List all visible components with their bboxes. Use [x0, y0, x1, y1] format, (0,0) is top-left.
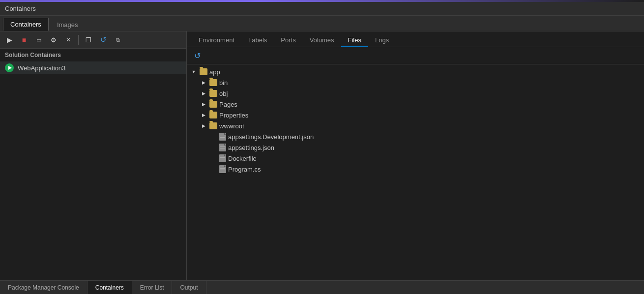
tab-files[interactable]: Files — [341, 34, 368, 47]
folder-icon-properties — [209, 112, 217, 118]
files-refresh-button[interactable]: ↺ — [191, 49, 204, 62]
bottom-tab-package-manager[interactable]: Package Manager Console — [0, 281, 88, 294]
detail-toolbar: ↺ — [187, 47, 644, 64]
label-pages: Pages — [219, 101, 237, 108]
tree-item-appsettings-dev[interactable]: appsettings.Development.json — [187, 131, 644, 142]
bottom-tab-containers[interactable]: Containers — [88, 281, 132, 294]
container-list: WebApplication3 — [0, 61, 186, 280]
tab-environment[interactable]: Environment — [192, 34, 241, 47]
delete-button[interactable]: ✕ — [62, 33, 75, 46]
bottom-tab-error-list[interactable]: Error List — [132, 281, 173, 294]
tree-item-app[interactable]: app — [187, 66, 644, 77]
arrow-wwwroot — [200, 122, 207, 130]
label-app: app — [209, 68, 220, 76]
arrow-app — [190, 68, 198, 76]
start-button[interactable]: ▶ — [3, 33, 16, 46]
tree-item-obj[interactable]: obj — [187, 88, 644, 99]
container-status-icon — [5, 63, 14, 72]
tree-item-pages[interactable]: Pages — [187, 99, 644, 110]
tree-item-wwwroot[interactable]: wwwroot — [187, 120, 644, 131]
folder-icon-wwwroot — [209, 122, 217, 129]
tree-item-appsettings[interactable]: appsettings.json — [187, 142, 644, 153]
main-content: ▶ ■ ▭ ⚙ ✕ ❐ ↺ ⧉ Solution Containers WebA… — [0, 31, 644, 280]
terminal-button[interactable]: ▭ — [32, 33, 45, 46]
left-panel: ▶ ■ ▭ ⚙ ✕ ❐ ↺ ⧉ Solution Containers WebA… — [0, 31, 187, 280]
file-icon-appsettings-dev — [219, 133, 226, 141]
arrow-properties — [200, 111, 207, 119]
label-appsettings: appsettings.json — [228, 144, 274, 151]
label-bin: bin — [219, 79, 228, 87]
folder-icon-pages — [209, 101, 217, 108]
tab-images[interactable]: Images — [50, 18, 86, 31]
solution-containers-label: Solution Containers — [0, 49, 186, 61]
more-button[interactable]: ⧉ — [112, 33, 124, 46]
toolbar: ▶ ■ ▭ ⚙ ✕ ❐ ↺ ⧉ — [0, 31, 186, 49]
bottom-tab-output[interactable]: Output — [172, 281, 206, 294]
refresh-left-button[interactable]: ↺ — [97, 33, 110, 46]
label-obj: obj — [219, 90, 228, 97]
file-icon-program — [219, 165, 226, 173]
tab-labels[interactable]: Labels — [241, 34, 274, 47]
label-program: Program.cs — [228, 166, 261, 173]
container-item[interactable]: WebApplication3 — [0, 61, 186, 74]
toolbar-separator-1 — [78, 35, 79, 45]
label-wwwroot: wwwroot — [219, 122, 244, 130]
copy-button[interactable]: ❐ — [82, 33, 95, 46]
container-name: WebApplication3 — [18, 64, 65, 72]
file-icon-dockerfile — [219, 154, 226, 162]
stop-button[interactable]: ■ — [18, 33, 30, 46]
tab-volumes[interactable]: Volumes — [303, 34, 341, 47]
arrow-obj — [200, 89, 207, 97]
tree-item-dockerfile[interactable]: Dockerfile — [187, 153, 644, 164]
settings-button[interactable]: ⚙ — [47, 33, 60, 46]
tree-item-properties[interactable]: Properties — [187, 110, 644, 120]
file-tree: app bin obj Pages — [187, 64, 644, 280]
folder-icon-bin — [209, 79, 217, 86]
tab-logs[interactable]: Logs — [368, 34, 396, 47]
label-dockerfile: Dockerfile — [228, 155, 257, 162]
right-panel: Environment Labels Ports Volumes Files L… — [187, 31, 644, 280]
tab-ports[interactable]: Ports — [274, 34, 302, 47]
file-icon-appsettings — [219, 144, 226, 151]
main-tab-row: Containers Images — [0, 16, 644, 31]
title-bar: Containers — [0, 2, 644, 16]
label-appsettings-dev: appsettings.Development.json — [228, 133, 314, 141]
tab-containers[interactable]: Containers — [3, 18, 49, 31]
tree-item-bin[interactable]: bin — [187, 77, 644, 88]
detail-tab-row: Environment Labels Ports Volumes Files L… — [187, 31, 644, 47]
bottom-tab-bar: Package Manager Console Containers Error… — [0, 280, 644, 294]
folder-icon-obj — [209, 90, 217, 97]
arrow-bin — [200, 79, 207, 87]
title-label: Containers — [5, 5, 36, 12]
tree-item-program[interactable]: Program.cs — [187, 164, 644, 175]
folder-icon-app — [200, 68, 207, 75]
arrow-pages — [200, 100, 207, 108]
label-properties: Properties — [219, 112, 248, 119]
